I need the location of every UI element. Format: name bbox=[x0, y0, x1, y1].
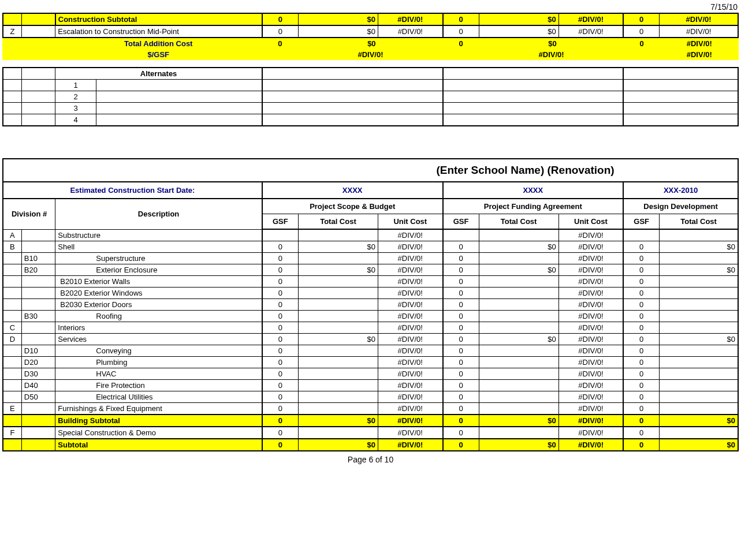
cell bbox=[479, 368, 558, 380]
alternates-header-row: Alternates bbox=[3, 68, 738, 80]
div-b bbox=[21, 276, 55, 288]
cell: #DIV/0! bbox=[378, 357, 443, 368]
table-row: ASubstructure#DIV/0!#DIV/0! bbox=[3, 229, 738, 241]
cell: $0 bbox=[479, 334, 558, 345]
description-cell: B2010 Exterior Walls bbox=[55, 276, 262, 288]
cell: 0 bbox=[623, 241, 660, 253]
cell bbox=[479, 427, 558, 439]
renovation-table: (Enter School Name) (Renovation) Estimat… bbox=[2, 158, 739, 451]
gsf-header: GSF bbox=[262, 214, 299, 230]
cell: #DIV/0! bbox=[378, 439, 443, 451]
div-a bbox=[3, 345, 21, 357]
cell bbox=[298, 322, 378, 334]
cell: 0 bbox=[443, 357, 479, 368]
cell: #DIV/0! bbox=[378, 229, 443, 241]
cell bbox=[479, 380, 558, 391]
cell: #DIV/0! bbox=[660, 49, 739, 60]
group3-header: Design Development bbox=[623, 199, 738, 214]
cell: 0 bbox=[623, 264, 660, 276]
cell: #DIV/0! bbox=[660, 25, 738, 38]
description-cell: Furnishings & Fixed Equipment bbox=[55, 403, 262, 415]
division-header: Division # bbox=[3, 199, 55, 229]
alternate-row: 3 bbox=[3, 103, 738, 114]
div-a: B bbox=[3, 241, 21, 253]
escalation-label: Escalation to Construction Mid-Point bbox=[55, 25, 262, 38]
table-row: EFurnishings & Fixed Equipment0#DIV/0!0#… bbox=[3, 403, 738, 415]
cell: 0 bbox=[262, 415, 299, 427]
div-b bbox=[21, 299, 55, 311]
cell bbox=[298, 427, 378, 439]
cell: $0 bbox=[298, 334, 378, 345]
div-b: B30 bbox=[21, 311, 55, 322]
cell: $0 bbox=[660, 264, 738, 276]
cell: 0 bbox=[443, 380, 479, 391]
cell: 0 bbox=[443, 311, 479, 322]
alt-num: 3 bbox=[55, 103, 96, 114]
phase1-date: XXXX bbox=[262, 182, 443, 199]
cell: 0 bbox=[623, 439, 660, 451]
cell bbox=[660, 391, 738, 403]
cell: 0 bbox=[623, 368, 660, 380]
construction-subtotal-row: Construction Subtotal 0 $0 #DIV/0! 0 $0 … bbox=[3, 13, 738, 25]
cell: #DIV/0! bbox=[558, 253, 623, 264]
cell: 0 bbox=[262, 38, 299, 49]
gsf-header: GSF bbox=[443, 214, 479, 230]
cell: #DIV/0! bbox=[558, 345, 623, 357]
alt-desc[interactable] bbox=[96, 114, 262, 126]
cell: $0 bbox=[479, 25, 558, 38]
div-a bbox=[3, 368, 21, 380]
cell: 0 bbox=[443, 439, 479, 451]
cell: 0 bbox=[443, 415, 479, 427]
cell bbox=[479, 403, 558, 415]
building-subtotal-row: Building Subtotal 0 $0 #DIV/0! 0 $0 #DIV… bbox=[3, 415, 738, 427]
cell: #DIV/0! bbox=[378, 276, 443, 288]
cell bbox=[479, 288, 558, 299]
cell: 0 bbox=[262, 439, 299, 451]
table-row: B10Superstructure0#DIV/0!0#DIV/0!0 bbox=[3, 253, 738, 264]
cell: 0 bbox=[623, 288, 660, 299]
cell: 0 bbox=[262, 380, 299, 391]
cell bbox=[660, 229, 738, 241]
cell: 0 bbox=[262, 288, 299, 299]
alternate-row: 1 bbox=[3, 80, 738, 91]
cell: #DIV/0! bbox=[378, 311, 443, 322]
special-code: F bbox=[3, 427, 21, 439]
cell: 0 bbox=[443, 299, 479, 311]
description-header: Description bbox=[55, 199, 262, 229]
cell: 0 bbox=[262, 13, 299, 25]
cell: 0 bbox=[443, 288, 479, 299]
cell: 0 bbox=[262, 322, 299, 334]
cell: #DIV/0! bbox=[558, 334, 623, 345]
cell: $0 bbox=[660, 334, 738, 345]
cell bbox=[479, 345, 558, 357]
cell bbox=[298, 299, 378, 311]
cell bbox=[298, 380, 378, 391]
cell: #DIV/0! bbox=[558, 241, 623, 253]
cell bbox=[298, 276, 378, 288]
cell: #DIV/0! bbox=[558, 357, 623, 368]
cell: #DIV/0! bbox=[378, 345, 443, 357]
cell: #DIV/0! bbox=[378, 264, 443, 276]
cell bbox=[479, 299, 558, 311]
table-row: B2030 Exterior Doors0#DIV/0!0#DIV/0!0 bbox=[3, 299, 738, 311]
cell bbox=[660, 380, 738, 391]
description-cell: HVAC bbox=[55, 368, 262, 380]
cell bbox=[479, 276, 558, 288]
header-date: 7/15/10 bbox=[2, 2, 739, 12]
alt-desc[interactable] bbox=[96, 103, 262, 114]
totalcost-header: Total Cost bbox=[298, 214, 378, 230]
cell: 0 bbox=[623, 299, 660, 311]
description-cell: Substructure bbox=[55, 229, 262, 241]
cell: 0 bbox=[443, 322, 479, 334]
alt-desc[interactable] bbox=[96, 91, 262, 103]
alt-desc[interactable] bbox=[96, 80, 262, 91]
escalation-row: Z Escalation to Construction Mid-Point 0… bbox=[3, 25, 738, 38]
alternates-header: Alternates bbox=[55, 68, 262, 80]
div-a: D bbox=[3, 334, 21, 345]
cell: #DIV/0! bbox=[378, 380, 443, 391]
page-number: Page 6 of 10 bbox=[2, 455, 739, 464]
div-a: A bbox=[3, 229, 21, 241]
subtotal-row: Subtotal 0 $0 #DIV/0! 0 $0 #DIV/0! 0 $0 bbox=[3, 439, 738, 451]
cell: 0 bbox=[262, 391, 299, 403]
cell: 0 bbox=[262, 253, 299, 264]
